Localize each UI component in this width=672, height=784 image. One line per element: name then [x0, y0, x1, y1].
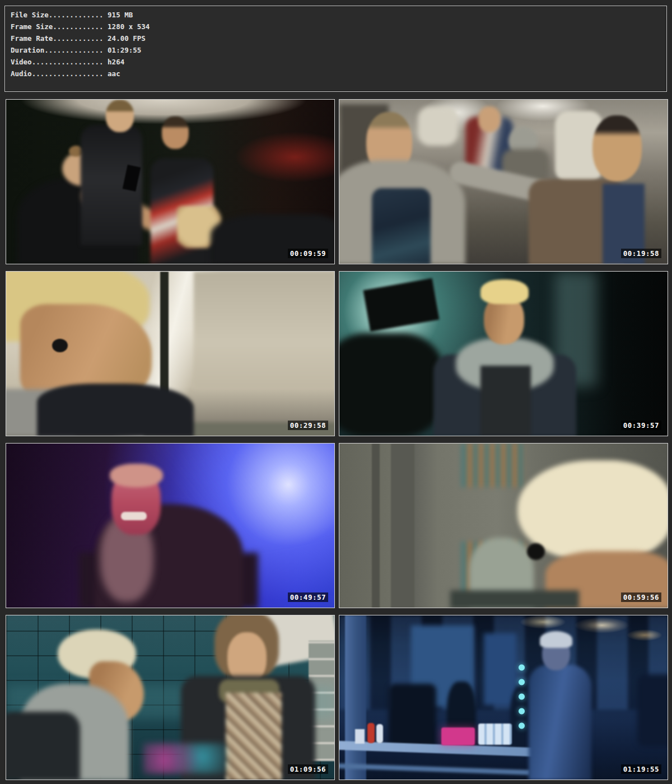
info-value: 01:29:55	[108, 46, 141, 54]
headrest-shape	[418, 106, 458, 146]
screenshot-1: 00:09:59	[6, 99, 335, 264]
timestamp: 00:59:56	[621, 592, 661, 602]
timestamp: 00:19:58	[621, 249, 661, 258]
screenshot-sheet-page: File Size.............915 MB Frame Size.…	[0, 0, 672, 784]
info-value: 1280 x 534	[108, 22, 150, 31]
person-head-shape	[478, 106, 501, 132]
water-bottles-shape	[478, 724, 512, 745]
car-silhouette	[637, 674, 668, 747]
tee-shape	[480, 366, 531, 436]
door-frame-shape	[372, 444, 380, 608]
cyan-dot-lights	[517, 660, 526, 732]
info-value: 915 MB	[108, 11, 133, 19]
blue-lit-jacket-figure	[529, 665, 591, 780]
bottle-shape	[376, 724, 383, 743]
timestamp: 00:49:57	[288, 592, 328, 602]
info-value: aac	[108, 69, 120, 78]
jacket-shape	[450, 590, 579, 608]
info-label: Audio	[11, 69, 32, 78]
info-dots: ............	[53, 22, 103, 31]
person-head-shape	[162, 116, 189, 149]
jacket-shape	[37, 384, 194, 436]
earbud-shape	[52, 339, 68, 352]
pink-box-shape	[441, 727, 475, 745]
timestamp: 00:39:57	[621, 421, 661, 430]
info-label: Frame Size	[11, 22, 53, 31]
bench-shape	[339, 763, 530, 775]
timestamp: 01:09:56	[288, 764, 328, 774]
patterned-shirt-shape	[372, 188, 431, 264]
timestamp: 00:09:59	[288, 249, 328, 258]
info-row-video: Video.................h264	[11, 56, 666, 68]
info-dots: .................	[32, 58, 104, 66]
person-head-shape	[592, 115, 642, 181]
info-row-frame-rate: Frame Rate............24.00 FPS	[11, 32, 666, 44]
motorcycle-silhouette	[339, 333, 443, 436]
door-frame-shape	[391, 444, 414, 608]
blue-pillar	[345, 615, 366, 780]
info-value: 24.00 FPS	[108, 34, 146, 43]
info-dots: .............	[49, 11, 104, 19]
dark-equipment-shape	[389, 684, 436, 748]
info-label: Duration	[11, 46, 44, 54]
screenshot-6: 00:59:56	[339, 443, 668, 608]
info-dots: ............	[53, 34, 103, 43]
blond-hair-shape	[480, 279, 529, 304]
screenshot-3: 00:29:58	[6, 271, 335, 436]
timestamp: 00:29:58	[288, 421, 328, 430]
ketchup-bottle-shape	[367, 723, 375, 743]
info-dots: .................	[32, 69, 104, 78]
screenshot-7: 01:09:56	[6, 615, 335, 780]
screenshot-4: 00:39:57	[339, 271, 668, 436]
info-label: Frame Rate	[11, 34, 53, 43]
dark-flag-shape	[363, 278, 439, 332]
lit-hair-shape	[540, 631, 572, 648]
info-row-audio: Audio.................aac	[11, 68, 666, 80]
jacket-shape	[6, 712, 80, 780]
cup-shape	[355, 729, 365, 744]
info-row-file-size: File Size.............915 MB	[11, 9, 666, 21]
person-head-shape	[106, 100, 134, 132]
info-value: h264	[108, 58, 124, 66]
zigzag-panel	[461, 444, 524, 487]
info-label: Video	[11, 58, 32, 66]
media-info-panel: File Size.............915 MB Frame Size.…	[4, 6, 667, 92]
grimace-teeth-shape	[121, 512, 147, 520]
info-dots: ..............	[44, 46, 103, 54]
info-row-frame-size: Frame Size............1280 x 534	[11, 21, 666, 32]
timestamp: 01:19:55	[621, 764, 661, 774]
blurred-window-shape	[194, 272, 335, 389]
blurred-lights	[143, 743, 227, 774]
hair-shape	[110, 464, 163, 487]
info-row-duration: Duration..............01:29:55	[11, 44, 666, 56]
lit-doorway	[484, 633, 516, 705]
screenshot-grid: 00:09:59 00:19:58	[6, 99, 668, 780]
info-label: File Size	[11, 11, 49, 19]
screenshot-8: 01:19:55	[339, 615, 668, 780]
earbud-shape	[527, 543, 545, 560]
patterned-sweater-shape	[226, 693, 282, 780]
screenshot-2: 00:19:58	[339, 99, 668, 264]
screenshot-5: 00:49:57	[6, 443, 335, 608]
